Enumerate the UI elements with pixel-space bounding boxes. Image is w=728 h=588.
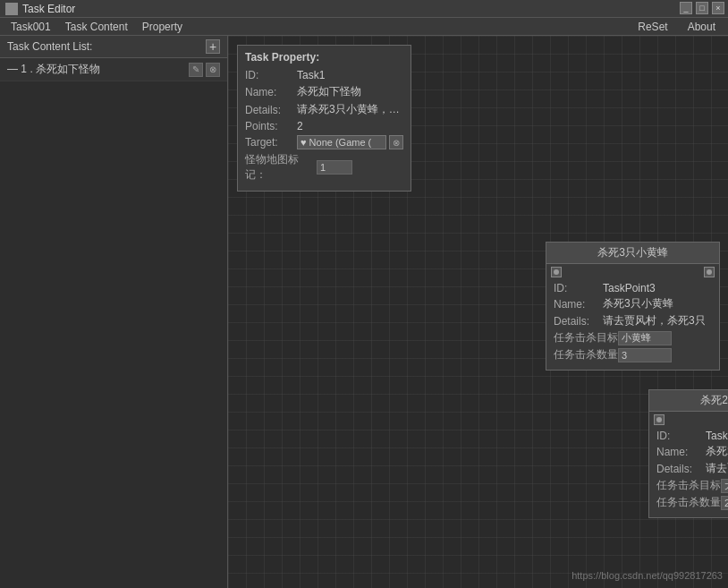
add-task-button[interactable]: +: [206, 39, 220, 54]
card1-id-row: ID: TaskPoint3: [554, 282, 712, 294]
card1-corners: [546, 264, 719, 280]
tp-id-label: ID:: [245, 69, 297, 81]
panel-title: Task Content List:: [7, 40, 92, 53]
task-item-number: 1: [21, 63, 27, 75]
card2-id-value: TaskPoint4: [706, 430, 728, 442]
card2-details-row: Details: 请去贾风镇，杀死2只: [656, 461, 728, 476]
main-container: Task Content List: + — 1 . 杀死如下怪物 ✎ ⊗ Ta…: [0, 36, 728, 588]
card1-id-value: TaskPoint3: [603, 282, 712, 294]
tp-name-row: Name: 杀死如下怪物: [245, 84, 403, 99]
card2-target-label: 任务击杀目标: [656, 478, 721, 493]
card2-name-row: Name: 杀死2只大黄蜂: [656, 444, 728, 459]
card1-corner-left[interactable]: [551, 267, 562, 277]
tp-target-label: Target:: [245, 136, 297, 149]
tp-extra-label: 怪物地图标记：: [245, 152, 317, 183]
card1-name-row: Name: 杀死3只小黄蜂: [554, 296, 712, 311]
list-item: — 1 . 杀死如下怪物 ✎ ⊗: [0, 58, 227, 81]
card1-header: 杀死3只小黄蜂: [546, 243, 719, 264]
card1-count-label: 任务击杀数量: [554, 347, 618, 362]
delete-task-button[interactable]: ⊗: [206, 63, 220, 77]
tp-target-input[interactable]: [297, 135, 386, 149]
tp-extra-row: 怪物地图标记：: [245, 152, 403, 183]
task-item-index: —: [7, 63, 21, 75]
card2-header: 杀死2只大黄蜂: [649, 390, 728, 412]
tp-name-value: 杀死如下怪物: [297, 84, 403, 99]
card1-corner-right[interactable]: [704, 267, 715, 277]
tp-id-value: Task1: [297, 69, 403, 81]
card1-target-row: 任务击杀目标: [554, 330, 712, 345]
card2-details-value: 请去贾风镇，杀死2只: [706, 461, 728, 476]
card1-id-label: ID:: [554, 282, 603, 294]
minimize-button[interactable]: _: [680, 2, 692, 14]
card2-details-label: Details:: [656, 463, 706, 475]
card1-details-value: 请去贾风村，杀死3只: [603, 313, 712, 328]
card2-count-label: 任务击杀数量: [656, 495, 721, 510]
card1-target-input[interactable]: [618, 331, 672, 345]
tp-extra-input[interactable]: [317, 160, 352, 175]
about-button[interactable]: About: [681, 20, 723, 34]
tp-points-label: Points:: [245, 120, 297, 132]
card2-name-value: 杀死2只大黄蜂: [706, 444, 728, 459]
edit-task-button[interactable]: ✎: [189, 63, 203, 77]
canvas-area: Task Property: ID: Task1 Name: 杀死如下怪物 De…: [228, 36, 728, 588]
card1-details-label: Details:: [554, 315, 603, 328]
menu-right: ReSet About: [631, 20, 723, 34]
maximize-button[interactable]: □: [696, 2, 708, 14]
title-bar: Task Editor _ □ ×: [0, 0, 728, 18]
menu-bar: Task001 Task Content Property ReSet Abou…: [0, 18, 728, 36]
task-item-text: — 1 . 杀死如下怪物: [7, 62, 189, 77]
task-item-dot: .: [30, 63, 32, 75]
title-bar-text: Task Editor: [22, 3, 75, 15]
card2-id-label: ID:: [656, 430, 706, 442]
tp-points-value: 2: [297, 120, 403, 132]
tp-target-delete-button[interactable]: ⊗: [389, 135, 403, 149]
task-card-1: 杀死3只小黄蜂 ID: TaskPoint3 Name: 杀死3只小黄蜂 Det…: [546, 242, 720, 371]
card2-target-input[interactable]: [721, 479, 728, 493]
tp-details-label: Details:: [245, 104, 297, 116]
panel-header: Task Content List: +: [0, 36, 227, 58]
card1-details-row: Details: 请去贾风村，杀死3只: [554, 313, 712, 328]
left-panel: Task Content List: + — 1 . 杀死如下怪物 ✎ ⊗: [0, 36, 228, 588]
tp-points-row: Points: 2: [245, 120, 403, 132]
card2-id-row: ID: TaskPoint4: [656, 430, 728, 442]
menu-item-task-content[interactable]: Task Content: [58, 20, 135, 34]
task-property-panel: Task Property: ID: Task1 Name: 杀死如下怪物 De…: [237, 45, 411, 192]
card1-target-label: 任务击杀目标: [554, 330, 618, 345]
tp-header: Task Property:: [245, 51, 403, 64]
task-item-actions: ✎ ⊗: [189, 63, 220, 77]
tp-name-label: Name:: [245, 86, 297, 98]
card1-count-input[interactable]: [618, 348, 672, 362]
card2-target-row: 任务击杀目标: [656, 478, 728, 493]
tp-target-row: Target: ⊗: [245, 135, 403, 149]
tp-details-value: 请杀死3只小黄蜂，2只大黄: [297, 102, 403, 117]
card1-count-row: 任务击杀数量: [554, 347, 712, 362]
card1-body: ID: TaskPoint3 Name: 杀死3只小黄蜂 Details: 请去…: [546, 280, 719, 370]
card2-corner-left[interactable]: [654, 414, 665, 425]
app-icon: [5, 3, 18, 15]
tp-id-row: ID: Task1: [245, 69, 403, 81]
card1-name-label: Name:: [554, 298, 603, 311]
card2-corners: [649, 412, 728, 428]
task-card-2: 杀死2只大黄蜂 ID: TaskPoint4 Name: 杀死2只大黄蜂 Det…: [648, 389, 728, 518]
card2-count-input[interactable]: [721, 496, 728, 510]
card2-name-label: Name:: [656, 446, 706, 458]
reset-button[interactable]: ReSet: [631, 20, 674, 34]
title-bar-controls: _ □ ×: [680, 2, 724, 14]
task-item-name: 杀死如下怪物: [36, 63, 100, 75]
watermark: https://blog.csdn.net/qq992817263: [571, 570, 723, 581]
close-button[interactable]: ×: [712, 2, 724, 14]
tp-details-row: Details: 请杀死3只小黄蜂，2只大黄: [245, 102, 403, 117]
menu-item-property[interactable]: Property: [135, 20, 190, 34]
card2-count-row: 任务击杀数量: [656, 495, 728, 510]
card2-body: ID: TaskPoint4 Name: 杀死2只大黄蜂 Details: 请去…: [649, 428, 728, 517]
card1-name-value: 杀死3只小黄蜂: [603, 296, 712, 311]
menu-item-task001[interactable]: Task001: [4, 20, 58, 34]
